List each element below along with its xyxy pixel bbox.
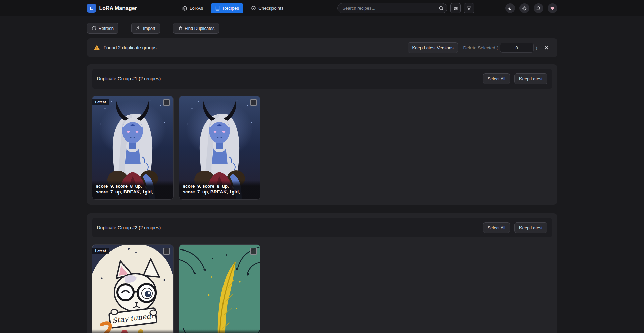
tab-label: Recipes — [222, 6, 239, 11]
favorites-button[interactable] — [548, 3, 557, 13]
delete-selected-suffix: ) — [536, 45, 537, 50]
book-icon — [215, 6, 220, 11]
sort-options-button[interactable] — [450, 3, 461, 13]
nav-actions — [505, 3, 557, 13]
app-title: LoRA Manager — [99, 5, 137, 11]
find-duplicates-button[interactable]: Find Duplicates — [173, 23, 219, 34]
panel-header: Duplicate Group #2 (2 recipes) Select Al… — [92, 218, 552, 237]
search-input[interactable] — [337, 3, 447, 13]
panel-actions: Select All Keep Latest — [483, 73, 547, 84]
banner-message-group: Found 2 duplicate groups — [94, 45, 157, 51]
theme-toggle-button[interactable] — [505, 3, 515, 13]
warning-icon — [94, 45, 100, 51]
settings-button[interactable] — [519, 3, 529, 13]
latest-badge: Latest — [92, 248, 109, 254]
circle-check-icon — [251, 6, 256, 11]
tab-checkpoints[interactable]: Checkpoints — [247, 3, 288, 13]
tab-loras[interactable]: LoRAs — [178, 3, 208, 13]
banner-actions: Keep Latest Versions Delete Selected ( ) — [408, 42, 551, 53]
latest-badge: Latest — [92, 99, 109, 105]
recipe-card[interactable]: in the style of ppWhimsy, ral-frctlgmtry… — [179, 245, 260, 333]
keep-latest-button[interactable]: Keep Latest — [514, 73, 547, 84]
card-select-checkbox[interactable] — [250, 248, 257, 255]
close-icon — [544, 45, 549, 51]
card-select-checkbox[interactable] — [163, 248, 170, 255]
recipe-caption: in the style of ppWhimsy, ral-frctlgmtry… — [179, 329, 260, 333]
select-all-button[interactable]: Select All — [483, 222, 510, 233]
duplicate-group-panel-1: Duplicate Group #1 (2 recipes) Select Al… — [87, 64, 557, 205]
tab-label: Checkpoints — [258, 6, 283, 11]
recipe-card[interactable]: Stay tuned! Latest pp-enchanted-whimsy:0… — [92, 245, 173, 333]
top-navbar: L LoRA Manager LoRAs Recipes Checkpoi — [0, 0, 644, 16]
cards-row: Stay tuned! Latest pp-enchanted-whimsy:0… — [92, 245, 552, 333]
keep-latest-versions-label: Keep Latest Versions — [412, 45, 454, 50]
layers-icon — [182, 6, 187, 11]
app-logo-icon: L — [87, 4, 96, 13]
refresh-icon — [92, 26, 96, 31]
toolbar: Refresh Import Find Duplicates — [87, 23, 557, 34]
main-content: Refresh Import Find Duplicates Found 2 d… — [87, 23, 557, 333]
keep-latest-button[interactable]: Keep Latest — [514, 222, 547, 233]
card-select-checkbox[interactable] — [250, 99, 257, 106]
import-icon — [136, 26, 141, 31]
recipe-artwork-cat: Stay tuned! — [92, 245, 173, 333]
search-icon — [439, 6, 444, 11]
recipe-caption: score_9, score_8_up, score_7_up, BREAK, … — [179, 180, 260, 199]
recipe-caption: pp-enchanted-whimsy:0.90 ral-frctlgmtry_… — [92, 329, 173, 333]
select-all-button[interactable]: Select All — [483, 73, 510, 84]
refresh-button[interactable]: Refresh — [87, 23, 119, 34]
recipe-card[interactable]: Latest score_9, score_8_up, score_7_up, … — [92, 96, 173, 199]
brand[interactable]: L LoRA Manager — [87, 4, 137, 13]
navbar-inner: L LoRA Manager LoRAs Recipes Checkpoi — [87, 0, 557, 16]
find-duplicates-label: Find Duplicates — [185, 26, 215, 31]
tab-label: LoRAs — [190, 6, 203, 11]
tab-recipes[interactable]: Recipes — [211, 3, 243, 13]
delete-selected-prefix: Delete Selected ( — [463, 45, 498, 50]
select-all-label: Select All — [488, 225, 505, 230]
import-button[interactable]: Import — [131, 23, 160, 34]
bell-icon — [536, 6, 541, 11]
funnel-icon — [467, 6, 472, 11]
select-all-label: Select All — [488, 76, 505, 81]
keep-latest-label: Keep Latest — [519, 76, 542, 81]
moon-icon — [508, 6, 512, 11]
notifications-button[interactable] — [534, 3, 543, 13]
card-select-checkbox[interactable] — [163, 99, 170, 106]
sliders-icon — [453, 6, 458, 11]
duplicate-group-panel-2: Duplicate Group #2 (2 recipes) Select Al… — [87, 213, 557, 333]
close-banner-button[interactable] — [542, 44, 551, 52]
keep-latest-label: Keep Latest — [519, 225, 542, 230]
banner-message: Found 2 duplicate groups — [104, 45, 157, 50]
duplicates-banner: Found 2 duplicate groups Keep Latest Ver… — [87, 38, 557, 57]
refresh-label: Refresh — [99, 26, 114, 31]
copy-icon — [178, 26, 182, 31]
recipe-caption: score_9, score_8_up, score_7_up, BREAK, … — [92, 180, 173, 199]
search-group — [337, 3, 474, 13]
panel-header: Duplicate Group #1 (2 recipes) Select Al… — [92, 69, 552, 89]
gear-icon — [522, 6, 527, 11]
filter-button[interactable] — [464, 3, 474, 13]
panel-title: Duplicate Group #2 (2 recipes) — [97, 225, 161, 230]
panel-title: Duplicate Group #1 (2 recipes) — [97, 76, 161, 81]
keep-latest-versions-button[interactable]: Keep Latest Versions — [408, 42, 458, 53]
panel-actions: Select All Keep Latest — [483, 222, 547, 233]
cards-row: Latest score_9, score_8_up, score_7_up, … — [92, 96, 552, 199]
nav-tabs: LoRAs Recipes Checkpoints — [178, 3, 288, 13]
search-box — [337, 3, 447, 13]
delete-selected-group: Delete Selected ( ) — [463, 43, 537, 53]
heart-icon — [550, 6, 555, 11]
delete-selected-count-input[interactable] — [500, 43, 534, 53]
recipe-card[interactable]: score_9, score_8_up, score_7_up, BREAK, … — [179, 96, 260, 199]
recipe-artwork-feather — [179, 245, 260, 333]
import-label: Import — [143, 26, 155, 31]
